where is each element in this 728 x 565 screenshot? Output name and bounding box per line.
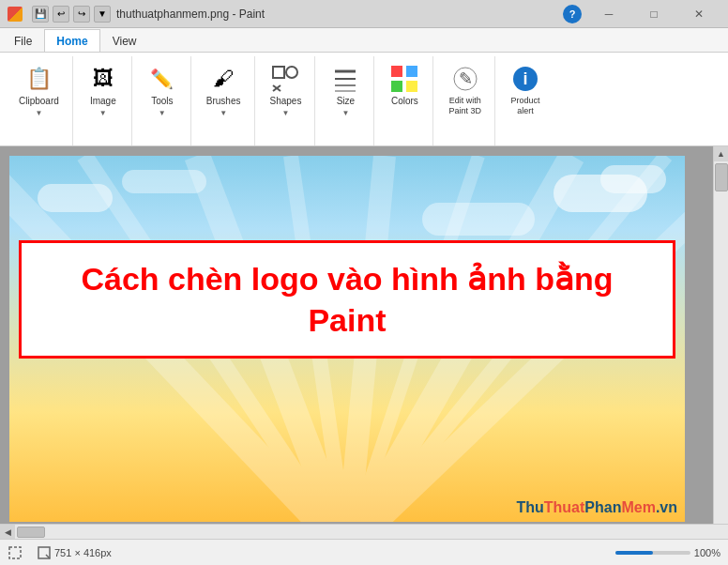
cloud-3 bbox=[38, 184, 113, 212]
edit-paint3d-label: Edit withPaint 3D bbox=[448, 96, 481, 116]
scroll-thumb-v[interactable] bbox=[715, 163, 728, 191]
ribbon-group-shapes: Shapes ▼ bbox=[257, 56, 316, 145]
watermark-mem: Mem bbox=[621, 499, 655, 515]
shapes-icon bbox=[270, 64, 300, 94]
brushes-label: Brushes bbox=[206, 96, 241, 107]
image-items: 🖼 Image ▼ bbox=[83, 56, 124, 145]
scrollbar-right: ▲ bbox=[713, 146, 728, 524]
banner-text-line2: Paint bbox=[40, 299, 654, 341]
resize-icon bbox=[38, 546, 51, 559]
shapes-items: Shapes ▼ bbox=[265, 56, 308, 145]
status-bar: 751 × 416px 100% bbox=[0, 539, 728, 565]
size-arrow: ▼ bbox=[341, 109, 349, 117]
scroll-up-arrow[interactable]: ▲ bbox=[714, 146, 729, 161]
tab-home[interactable]: Home bbox=[44, 29, 99, 52]
brushes-icon: 🖌 bbox=[208, 64, 238, 94]
status-left bbox=[8, 545, 23, 560]
close-btn[interactable]: ✕ bbox=[677, 0, 720, 28]
dims-container: 751 × 416px bbox=[38, 546, 112, 559]
cloud-2 bbox=[600, 165, 666, 193]
tools-items: ✏️ Tools ▼ bbox=[142, 56, 183, 145]
product-alert-label: Productalert bbox=[510, 96, 539, 116]
image-arrow: ▼ bbox=[99, 109, 107, 117]
svg-rect-0 bbox=[273, 67, 284, 78]
zoom-slider[interactable] bbox=[615, 551, 690, 555]
ribbon-tab-bar: File Home View bbox=[0, 28, 728, 53]
svg-rect-11 bbox=[406, 81, 417, 92]
svg-text:i: i bbox=[523, 69, 527, 88]
edit-paint3d-icon: ✎ bbox=[450, 64, 480, 94]
image-label: Image bbox=[90, 96, 116, 107]
size-items: Size ▼ bbox=[325, 56, 366, 145]
shapes-arrow: ▼ bbox=[282, 109, 290, 117]
maximize-btn[interactable]: □ bbox=[632, 0, 675, 28]
svg-rect-9 bbox=[406, 66, 417, 77]
product-alert-items: i Productalert bbox=[505, 56, 546, 145]
ribbon-group-colors: Colors bbox=[376, 56, 433, 145]
title-bar-left: 💾 ↩ ↪ ▼ thuthuatphanmem.png - Paint bbox=[8, 6, 265, 23]
svg-rect-8 bbox=[391, 66, 402, 77]
watermark-vn: .vn bbox=[656, 499, 677, 515]
ribbon-group-product-alert: i Productalert bbox=[497, 56, 554, 145]
colors-btn[interactable]: Colors bbox=[384, 60, 425, 111]
zoom-label: 100% bbox=[694, 547, 720, 558]
paint-canvas[interactable]: Cách chèn logo vào hình ảnh bằng Paint T… bbox=[9, 156, 685, 522]
ribbon-group-image: 🖼 Image ▼ bbox=[75, 56, 132, 145]
product-alert-icon: i bbox=[510, 64, 540, 94]
clipboard-btn[interactable]: 📋 Clipboard ▼ bbox=[13, 60, 65, 121]
paint-app-icon bbox=[8, 7, 23, 22]
brushes-arrow: ▼ bbox=[220, 109, 227, 117]
watermark-thuat: Thuat bbox=[544, 499, 585, 515]
clipboard-arrow: ▼ bbox=[35, 109, 42, 117]
edit-paint3d-btn[interactable]: ✎ Edit withPaint 3D bbox=[443, 60, 487, 120]
save-quick-btn[interactable]: 💾 bbox=[32, 6, 49, 23]
dropdown-quick-btn[interactable]: ▼ bbox=[94, 6, 111, 23]
text-banner: Cách chèn logo vào hình ảnh bằng Paint bbox=[19, 240, 675, 359]
tab-file[interactable]: File bbox=[2, 29, 44, 52]
tools-icon: ✏️ bbox=[147, 64, 177, 94]
help-btn[interactable]: ? bbox=[563, 5, 582, 23]
zoom-fill bbox=[615, 551, 653, 555]
size-btn[interactable]: Size ▼ bbox=[325, 60, 366, 121]
cloud-4 bbox=[422, 203, 535, 236]
window-title: thuthuatphanmem.png - Paint bbox=[116, 8, 265, 21]
clipboard-items: 📋 Clipboard ▼ bbox=[13, 56, 65, 145]
shapes-btn[interactable]: Shapes ▼ bbox=[265, 60, 308, 121]
scroll-left-arrow[interactable]: ◀ bbox=[0, 525, 15, 540]
image-btn[interactable]: 🖼 Image ▼ bbox=[83, 60, 124, 121]
ribbon-group-tools: ✏️ Tools ▼ bbox=[134, 56, 191, 145]
minimize-btn[interactable]: ─ bbox=[587, 0, 630, 28]
scroll-thumb-h[interactable] bbox=[17, 527, 45, 538]
clipboard-label: Clipboard bbox=[19, 96, 59, 107]
watermark-thu: Thu bbox=[516, 499, 543, 515]
svg-rect-25 bbox=[9, 547, 21, 558]
edit-paint3d-items: ✎ Edit withPaint 3D bbox=[443, 56, 487, 145]
redo-quick-btn[interactable]: ↪ bbox=[73, 6, 90, 23]
svg-text:✎: ✎ bbox=[458, 69, 472, 88]
colors-icon bbox=[389, 64, 419, 94]
quick-access-toolbar: 💾 ↩ ↪ ▼ bbox=[32, 6, 111, 23]
tools-btn[interactable]: ✏️ Tools ▼ bbox=[142, 60, 183, 121]
ribbon-group-brushes: 🖌 Brushes ▼ bbox=[193, 56, 255, 145]
zoom-control: 100% bbox=[615, 547, 720, 558]
ribbon-group-size: Size ▼ bbox=[317, 56, 374, 145]
tools-label: Tools bbox=[151, 96, 173, 107]
canvas-area: Cách chèn logo vào hình ảnh bằng Paint T… bbox=[0, 146, 728, 539]
tab-view[interactable]: View bbox=[100, 29, 149, 52]
size-label: Size bbox=[337, 96, 355, 107]
window-controls: ? ─ □ ✕ bbox=[563, 0, 720, 28]
undo-quick-btn[interactable]: ↩ bbox=[53, 6, 69, 23]
colors-label: Colors bbox=[391, 96, 418, 107]
brushes-items: 🖌 Brushes ▼ bbox=[201, 56, 247, 145]
brushes-btn[interactable]: 🖌 Brushes ▼ bbox=[201, 60, 247, 121]
title-bar: 💾 ↩ ↪ ▼ thuthuatphanmem.png - Paint ? ─ … bbox=[0, 0, 728, 28]
cloud-5 bbox=[122, 170, 206, 193]
watermark-phan: Phan bbox=[584, 499, 621, 515]
ribbon: 📋 Clipboard ▼ 🖼 Image ▼ ✏️ Tools ▼ bbox=[0, 53, 728, 146]
size-icon bbox=[330, 64, 360, 94]
scrollbar-bottom: ◀ bbox=[0, 524, 728, 539]
shapes-label: Shapes bbox=[270, 96, 302, 107]
colors-items: Colors bbox=[384, 56, 425, 145]
banner-text-line1: Cách chèn logo vào hình ảnh bằng bbox=[40, 258, 654, 299]
product-alert-btn[interactable]: i Productalert bbox=[505, 60, 546, 120]
